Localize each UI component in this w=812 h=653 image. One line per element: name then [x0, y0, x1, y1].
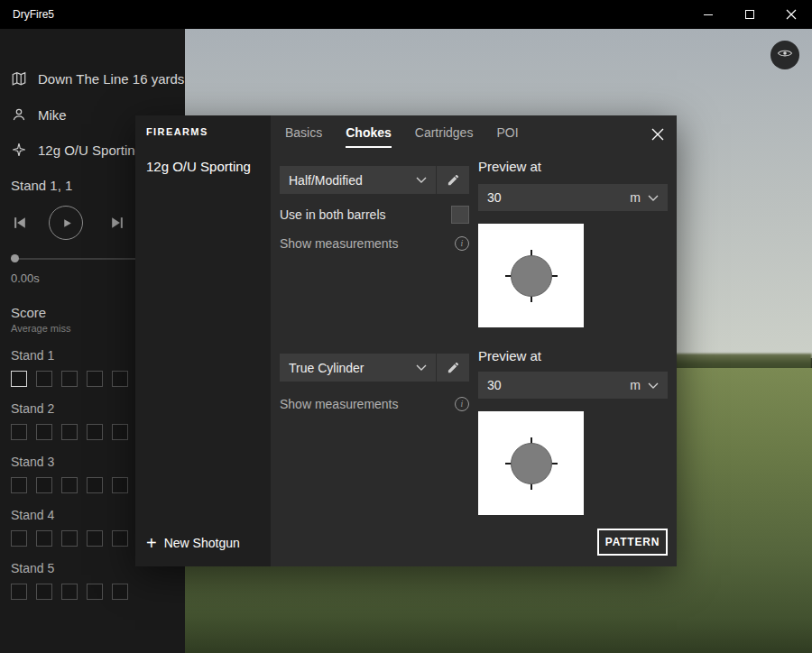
- info-icon[interactable]: i: [455, 236, 469, 251]
- pattern-button[interactable]: PATTERN: [597, 529, 668, 556]
- shot-box: [87, 530, 103, 547]
- minimize-icon: [704, 14, 713, 15]
- timeline-slider-handle[interactable]: [11, 254, 19, 262]
- shot-box: [112, 424, 128, 440]
- shot-box: [11, 584, 27, 600]
- info-icon[interactable]: i: [455, 397, 469, 411]
- sidebar-item-firearm[interactable]: 12g O/U Sporting: [11, 140, 143, 160]
- barrel1-show-measurements-row: Show measurements i: [280, 235, 469, 253]
- shot-box: [11, 530, 27, 547]
- distance-value: 30: [487, 190, 630, 205]
- new-shotgun-button[interactable]: + New Shotgun: [146, 530, 240, 556]
- barrel2-choke-edit-button[interactable]: [437, 354, 469, 382]
- barrel1-choke-dropdown[interactable]: Half/Modified: [280, 166, 436, 194]
- layout-label: Down The Line 16 yards: [38, 71, 184, 87]
- choke-value: True Cylinder: [289, 361, 409, 375]
- barrel1-choke-edit-button[interactable]: [437, 166, 469, 194]
- close-icon: [651, 127, 665, 142]
- preview-at-label: Preview at: [478, 348, 541, 363]
- shot-box: [61, 584, 78, 600]
- use-both-checkbox[interactable]: [451, 206, 469, 224]
- dialog-main: Basics Chokes Cartridges POI Half/Modifi…: [271, 115, 677, 566]
- skip-previous-icon: [11, 214, 29, 232]
- tab-basics[interactable]: Basics: [285, 117, 322, 148]
- barrel1-choke-control: Half/Modified: [280, 166, 469, 194]
- firearm-list-item[interactable]: 12g O/U Sporting: [135, 152, 271, 182]
- minimize-button[interactable]: [687, 0, 729, 29]
- score-subtitle: Average miss: [11, 323, 70, 334]
- play-button[interactable]: [49, 206, 83, 240]
- plus-icon: +: [146, 534, 157, 552]
- view-toggle-button[interactable]: [770, 41, 799, 69]
- choke-value: Half/Modified: [289, 173, 409, 188]
- pencil-icon: [447, 173, 460, 187]
- firearm-label: 12g O/U Sporting: [38, 143, 143, 158]
- stand-5-score: Stand 5: [11, 561, 173, 600]
- pencil-icon: [447, 361, 460, 374]
- show-measurements-label: Show measurements: [280, 236, 399, 251]
- shot-box: [87, 584, 103, 600]
- close-button[interactable]: [770, 0, 812, 29]
- titlebar: DryFire5: [0, 0, 812, 29]
- use-both-label: Use in both barrels: [280, 207, 386, 222]
- shot-box: [36, 424, 52, 440]
- chevron-down-icon: [648, 195, 659, 201]
- distance-value: 30: [487, 378, 630, 392]
- shot-box: [112, 477, 128, 493]
- stand-position: Stand 1, 1: [11, 178, 72, 193]
- skip-next-icon: [108, 214, 126, 232]
- barrel2-distance-dropdown[interactable]: 30 m: [478, 372, 668, 399]
- shot-box: [87, 477, 103, 493]
- shot-box: [11, 424, 27, 440]
- shot-box: [112, 584, 128, 600]
- shot-box: [61, 530, 78, 547]
- pattern-spot: [511, 443, 552, 484]
- maximize-icon: [745, 10, 754, 19]
- skip-previous-button[interactable]: [11, 214, 29, 232]
- chevron-down-icon: [416, 177, 427, 183]
- shot-box: [36, 584, 52, 600]
- barrel2-choke-dropdown[interactable]: True Cylinder: [280, 354, 436, 382]
- firearms-panel: FIREARMS 12g O/U Sporting + New Shotgun: [135, 115, 271, 566]
- tab-poi[interactable]: POI: [496, 117, 518, 148]
- eye-icon: [777, 47, 793, 63]
- elapsed-time: 0.00s: [11, 271, 40, 285]
- shot-box: [87, 371, 103, 387]
- sidebar-item-layout[interactable]: Down The Line 16 yards: [11, 69, 184, 88]
- shot-boxes: [11, 584, 173, 600]
- shot-box: [87, 424, 103, 440]
- window-controls: [687, 0, 812, 29]
- preview-at-label: Preview at: [478, 159, 541, 174]
- tab-cartridges[interactable]: Cartridges: [415, 117, 474, 148]
- barrel1-distance-dropdown[interactable]: 30 m: [478, 184, 668, 211]
- shot-box: [36, 530, 52, 547]
- shot-box: [61, 371, 78, 387]
- sidebar-item-shooter[interactable]: Mike: [11, 105, 67, 124]
- use-both-barrels-row: Use in both barrels: [280, 205, 469, 225]
- show-measurements-label: Show measurements: [280, 397, 399, 411]
- timeline-slider-track[interactable]: [11, 258, 135, 260]
- shot-box: [61, 424, 78, 440]
- shot-box: [112, 371, 128, 387]
- barrel2-choke-control: True Cylinder: [280, 354, 469, 382]
- map-icon: [11, 70, 27, 87]
- barrel2-pattern-preview: [478, 411, 584, 515]
- distance-unit: m: [630, 190, 641, 205]
- skip-next-button[interactable]: [108, 214, 126, 232]
- tab-chokes[interactable]: Chokes: [346, 117, 392, 148]
- firearms-header: FIREARMS: [146, 126, 208, 137]
- sparkle-icon: [11, 142, 27, 158]
- chevron-down-icon: [416, 364, 427, 371]
- chevron-down-icon: [648, 382, 659, 389]
- distance-unit: m: [630, 378, 641, 392]
- close-icon: [786, 9, 797, 20]
- pattern-spot: [511, 255, 552, 297]
- shot-box: [61, 477, 78, 493]
- maximize-button[interactable]: [729, 0, 770, 29]
- dialog-tabs: Basics Chokes Cartridges POI: [285, 117, 519, 148]
- app-title: DryFire5: [13, 0, 54, 29]
- shooter-label: Mike: [38, 107, 67, 123]
- dialog-close-button[interactable]: [648, 124, 668, 144]
- barrel1-pattern-preview: [478, 224, 584, 327]
- shot-box: [11, 371, 27, 387]
